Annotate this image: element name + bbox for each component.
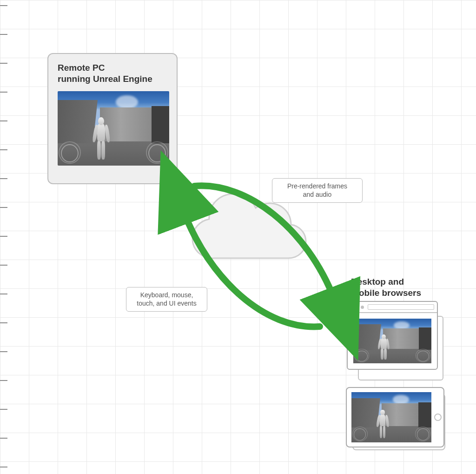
game-screenshot-remote [58,91,169,166]
label-frames-line1: Pre-rendered frames [287,182,347,190]
browser-window-front [347,301,438,370]
window-dot-icon [356,306,359,309]
remote-pc-title-line2: running Unreal Engine [58,74,152,84]
game-screenshot-tablet [351,392,431,442]
node-remote-pc: Remote PC running Unreal Engine [47,53,178,184]
clients-title: Desktop and mobile browsers [351,276,421,299]
tablet-home-button-icon [434,414,442,421]
label-events-line1: Keyboard, mouse, [140,291,193,299]
window-dot-icon [361,306,364,309]
diagram-canvas: Remote PC running Unreal Engine Pre-rend… [0,0,476,474]
game-screenshot-browser [353,319,431,363]
window-dot-icon [350,306,354,309]
label-input-events: Keyboard, mouse, touch, and UI events [126,287,207,312]
browser-toolbar [348,302,437,313]
remote-pc-title: Remote PC running Unreal Engine [58,62,167,85]
tablet-front [346,387,444,447]
remote-pc-title-line1: Remote PC [58,63,105,73]
clients-title-line2: mobile browsers [351,288,421,298]
label-events-line2: touch, and UI events [137,300,196,307]
browser-content [348,313,437,369]
label-frames-line2: and audio [303,191,332,198]
address-bar-icon [368,304,434,310]
label-frames-audio: Pre-rendered frames and audio [272,178,363,203]
clients-title-line1: Desktop and [351,277,404,287]
